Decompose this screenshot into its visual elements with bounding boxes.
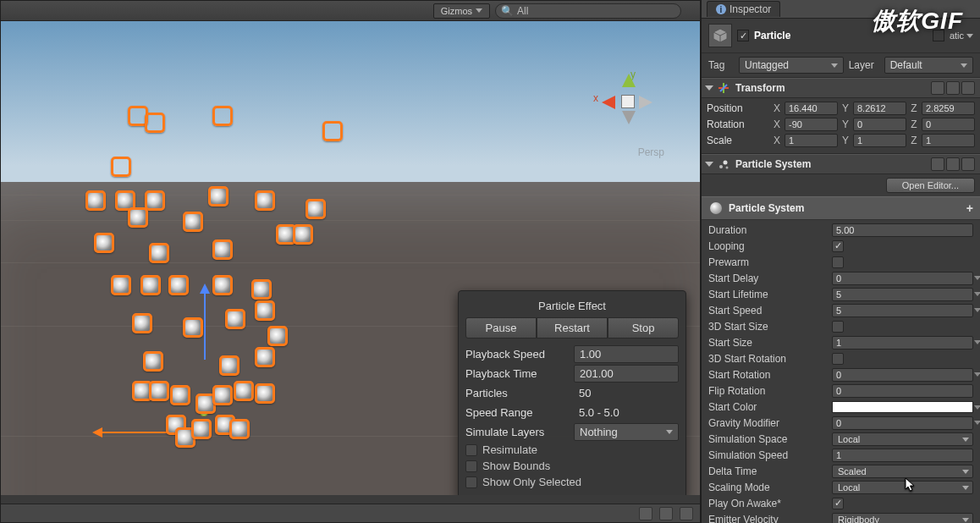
position-y-input[interactable]: 8.2612 — [853, 102, 906, 115]
particle — [219, 355, 239, 376]
open-editor-button[interactable]: Open Editor... — [886, 178, 975, 193]
tag-layer-row: Tag Untagged Layer Default — [702, 53, 980, 78]
speed-range-value: 5.0 - 5.0 — [574, 405, 679, 421]
start-color-swatch[interactable] — [832, 401, 973, 413]
main-module-header[interactable]: Particle System + — [702, 196, 980, 220]
simulation-space-dropdown[interactable]: Local — [832, 432, 973, 446]
help-icon[interactable] — [931, 157, 944, 171]
scale-y-input[interactable]: 1 — [853, 134, 906, 147]
gameobject-header: Particle atic — [702, 19, 980, 53]
scaling-mode-dropdown[interactable]: Local — [832, 481, 973, 494]
start-size-input[interactable]: 1 — [832, 336, 973, 350]
particle-system-icon — [717, 157, 730, 171]
play-on-awake-checkbox[interactable] — [832, 498, 844, 509]
layer-dropdown[interactable]: Default — [884, 57, 973, 74]
start-speed-input[interactable]: 5 — [832, 304, 973, 317]
simulate-layers-dropdown[interactable]: Nothing — [574, 423, 679, 441]
status-icon-1[interactable] — [639, 507, 652, 520]
scale-z-input[interactable]: 1 — [922, 134, 975, 147]
tag-dropdown[interactable]: Untagged — [739, 57, 844, 74]
rotation-y-input[interactable]: 0 — [853, 118, 906, 131]
particle — [212, 106, 233, 126]
delta-time-dropdown[interactable]: Scaled — [832, 465, 973, 478]
particle — [168, 275, 189, 295]
playback-time-input[interactable]: 201.00 — [574, 365, 679, 383]
help-icon[interactable] — [931, 81, 944, 95]
preset-icon[interactable] — [946, 157, 960, 171]
emitter-velocity-dropdown[interactable]: Rigidbody — [832, 513, 973, 524]
preset-icon[interactable] — [946, 81, 960, 95]
scene-search-input[interactable]: 🔍 All — [495, 3, 681, 19]
gizmos-dropdown[interactable]: Gizmos — [433, 3, 490, 19]
rotation-z-input[interactable]: 0 — [922, 118, 975, 131]
gravity-modifier-label: Gravity Modifier — [708, 417, 827, 429]
inspector-tab[interactable]: i Inspector — [707, 1, 780, 17]
threeD-start-size-checkbox[interactable] — [832, 321, 844, 333]
looping-checkbox[interactable] — [832, 240, 844, 252]
context-menu-icon[interactable] — [961, 81, 975, 95]
particle — [183, 317, 203, 338]
particle — [149, 243, 169, 263]
playback-speed-label: Playback Speed — [465, 348, 574, 361]
start-color-label: Start Color — [708, 401, 827, 413]
tag-label: Tag — [708, 59, 734, 71]
position-label: Position — [707, 102, 769, 114]
particle — [255, 190, 275, 211]
gravity-modifier-input[interactable]: 0 — [832, 416, 973, 430]
position-x-input[interactable]: 16.440 — [785, 102, 838, 115]
info-icon: i — [716, 4, 726, 14]
position-z-input[interactable]: 2.8259 — [922, 102, 975, 115]
simulation-space-label: Simulation Space — [708, 433, 827, 445]
simulation-speed-input[interactable]: 1 — [832, 449, 973, 462]
rotation-x-input[interactable]: -90 — [785, 118, 838, 131]
resimulate-label: Resimulate — [482, 443, 537, 456]
particle — [170, 385, 190, 405]
status-icon-2[interactable] — [659, 507, 673, 520]
status-icon-3[interactable] — [680, 507, 693, 520]
gameobject-active-checkbox[interactable] — [737, 30, 749, 41]
transform-icon — [717, 81, 730, 95]
start-delay-input[interactable]: 0 — [832, 272, 973, 285]
show-bounds-label: Show Bounds — [482, 460, 550, 472]
gameobject-name[interactable]: Particle — [754, 30, 928, 41]
prewarm-checkbox[interactable] — [832, 256, 844, 268]
pause-button[interactable]: Pause — [465, 317, 537, 339]
svg-point-8 — [724, 161, 728, 165]
search-icon: 🔍 — [501, 5, 514, 17]
particle — [225, 309, 245, 329]
restart-button[interactable]: Restart — [537, 317, 608, 339]
flip-rotation-input[interactable]: 0 — [832, 384, 973, 398]
start-lifetime-input[interactable]: 5 — [832, 288, 973, 301]
stop-button[interactable]: Stop — [608, 317, 679, 339]
particle — [140, 275, 161, 295]
scene-viewport[interactable]: y x Persp Particle Effect Pause Restart … — [1, 21, 700, 495]
scale-x-input[interactable]: 1 — [785, 134, 838, 147]
show-only-selected-checkbox[interactable] — [465, 476, 477, 488]
particle-system-header[interactable]: Particle System — [702, 154, 980, 174]
playback-speed-input[interactable]: 1.00 — [574, 345, 679, 363]
particle — [267, 326, 288, 346]
show-bounds-checkbox[interactable] — [465, 460, 477, 472]
static-dropdown[interactable]: atic — [950, 30, 973, 41]
gameobject-icon[interactable] — [708, 24, 732, 47]
play-on-awake-label: Play On Awake* — [708, 498, 827, 509]
particle-dot-icon — [710, 202, 722, 214]
transform-header[interactable]: Transform — [702, 78, 980, 98]
svg-point-7 — [719, 165, 723, 168]
flip-rotation-label: Flip Rotation — [708, 385, 827, 397]
threeD-start-rotation-label: 3D Start Rotation — [708, 353, 827, 365]
prewarm-label: Prewarm — [708, 256, 827, 268]
static-checkbox[interactable] — [933, 30, 944, 41]
particle — [212, 385, 233, 405]
particle — [149, 381, 169, 401]
threeD-start-rotation-checkbox[interactable] — [832, 353, 844, 365]
add-module-icon[interactable]: + — [966, 201, 973, 215]
inspector-panel: i Inspector Particle atic Tag Untagged L… — [701, 0, 980, 523]
duration-input[interactable]: 5.00 — [832, 223, 973, 237]
start-rotation-input[interactable]: 0 — [832, 368, 973, 382]
particle — [255, 347, 275, 367]
context-menu-icon[interactable] — [961, 157, 975, 171]
looping-label: Looping — [708, 240, 827, 252]
resimulate-checkbox[interactable] — [465, 444, 477, 456]
particle — [143, 351, 163, 372]
